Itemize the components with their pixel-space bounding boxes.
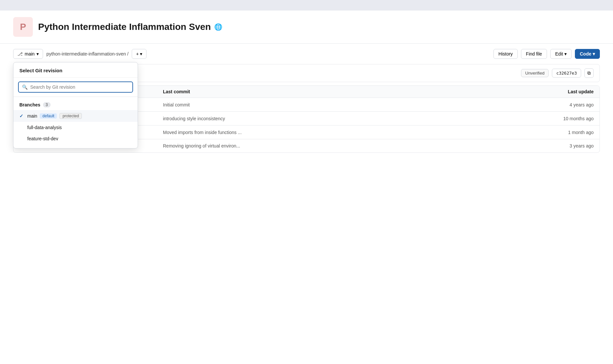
repo-title-row: Python Intermediate Inflammation Sven 🌐 [38, 22, 222, 32]
add-file-button[interactable]: + ▾ [132, 49, 147, 59]
copy-hash-button[interactable]: ⧉ [584, 68, 594, 78]
branch-item-full-data-analysis[interactable]: full-data-analysis [13, 122, 138, 133]
search-row: 🔍 [13, 78, 138, 97]
dropdown-title: Select Git revision [13, 62, 138, 78]
branch-item-main[interactable]: ✓ main default protected [13, 110, 138, 122]
branches-section: Branches 3 ✓ main default protected full… [13, 97, 138, 148]
code-button[interactable]: Code ▾ [575, 49, 600, 59]
commit-hash: c32627e3 [552, 69, 581, 78]
commit-msg: Initial commit [163, 102, 450, 107]
branch-item-name: full-data-analysis [27, 125, 62, 130]
branch-item-name: feature-std-dev [27, 136, 58, 141]
search-icon: 🔍 [22, 84, 28, 90]
search-box: 🔍 [18, 81, 133, 93]
last-update: 4 years ago [450, 102, 594, 107]
git-revision-search-input[interactable] [30, 84, 129, 90]
commit-msg: Moved imports from inside functions ... [163, 130, 450, 135]
col-last-update-header: Last update [450, 89, 594, 94]
check-icon: ✓ [19, 113, 25, 119]
branch-dropdown: Select Git revision 🔍 Branches 3 ✓ main … [13, 62, 138, 148]
branch-icon: ⎇ [17, 51, 23, 57]
default-badge: default [40, 113, 57, 119]
commit-right: Unverified c32627e3 ⧉ [521, 68, 594, 78]
globe-icon[interactable]: 🌐 [214, 23, 222, 31]
history-button[interactable]: History [493, 49, 518, 59]
col-last-commit-header: Last commit [163, 89, 450, 94]
top-bar [0, 0, 613, 11]
edit-button[interactable]: Edit ▾ [550, 49, 572, 59]
branch-item-feature-std-dev[interactable]: feature-std-dev [13, 133, 138, 144]
repo-avatar: P [13, 17, 33, 37]
unverified-badge: Unverified [521, 69, 549, 77]
branch-selector-button[interactable]: ⎇ main ▾ [13, 49, 43, 59]
last-update: 3 years ago [450, 143, 594, 148]
toolbar: ⎇ main ▾ python-intermediate-inflammatio… [0, 44, 613, 64]
last-update: 1 month ago [450, 130, 594, 135]
add-icon: + [136, 51, 139, 57]
last-update: 10 months ago [450, 116, 594, 121]
branch-chevron-icon: ▾ [36, 51, 39, 57]
branch-count-badge: 3 [43, 102, 51, 107]
branch-name: main [25, 51, 34, 57]
find-file-button[interactable]: Find file [521, 49, 547, 59]
repo-header: P Python Intermediate Inflammation Sven … [0, 11, 613, 44]
add-chevron-icon: ▾ [140, 51, 142, 57]
breadcrumb-path: python-intermediate-inflammation-sven / [46, 51, 128, 57]
branch-item-name: main [27, 113, 37, 119]
code-chevron-icon: ▾ [593, 51, 595, 57]
commit-msg: Removing ignoring of virtual environ... [163, 143, 450, 148]
protected-badge: protected [59, 113, 82, 119]
branches-label: Branches 3 [13, 101, 138, 110]
commit-msg: introducing style inconsistency [163, 116, 450, 121]
repo-title: Python Intermediate Inflammation Sven [38, 22, 211, 32]
edit-chevron-icon: ▾ [564, 51, 567, 57]
